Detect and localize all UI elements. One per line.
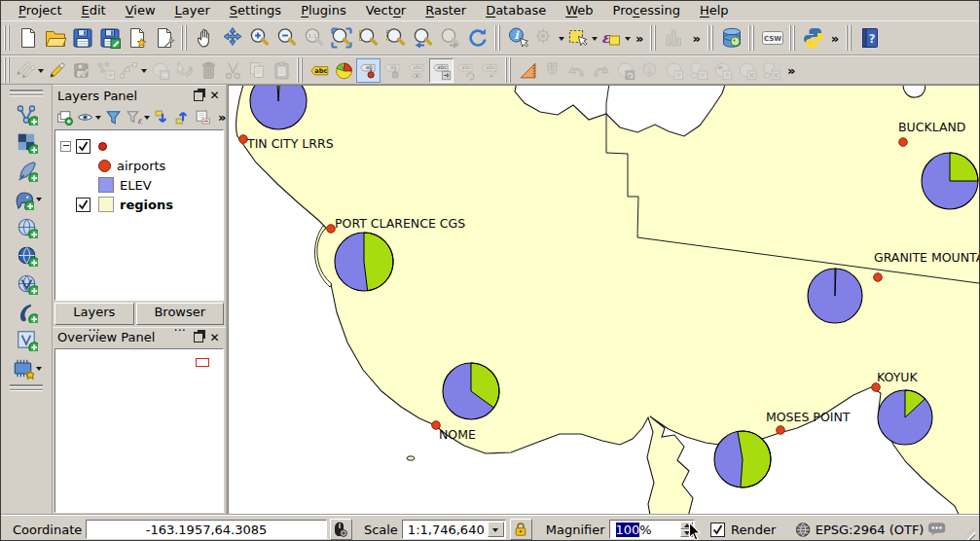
resize-grip[interactable] bbox=[961, 527, 975, 541]
magnifier-spinbox[interactable]: 100% bbox=[609, 520, 696, 539]
toolbar-handle[interactable] bbox=[846, 25, 853, 51]
dropdown-arrow[interactable] bbox=[95, 116, 101, 123]
help-contents-button[interactable]: ? bbox=[856, 23, 884, 53]
composer-manager-button[interactable] bbox=[151, 23, 178, 53]
toolbar-handle[interactable] bbox=[650, 25, 658, 51]
add-oracle-layer-button[interactable] bbox=[12, 298, 41, 326]
select-by-expression-dropdown-arrow[interactable] bbox=[625, 37, 631, 44]
toolbar-overflow-button[interactable]: » bbox=[827, 31, 843, 46]
layers-panel-expand-all-button[interactable] bbox=[153, 108, 171, 126]
toggle-editing-button[interactable] bbox=[45, 58, 69, 83]
dropdown-arrow[interactable] bbox=[144, 116, 150, 123]
open-project-button[interactable] bbox=[42, 23, 69, 53]
scale-dropdown-arrow[interactable] bbox=[488, 522, 504, 537]
db-manager-button[interactable] bbox=[718, 23, 745, 53]
log-messages-icon[interactable] bbox=[927, 522, 946, 537]
tree-expander[interactable] bbox=[60, 141, 71, 152]
magnifier-spin-down[interactable] bbox=[680, 529, 693, 537]
legend-row-airports[interactable]: airports bbox=[55, 156, 223, 175]
zoom-to-selection-button[interactable] bbox=[382, 23, 410, 53]
menu-web[interactable]: Web bbox=[556, 2, 602, 19]
save-project-button[interactable] bbox=[69, 23, 96, 53]
toolbar-handle[interactable] bbox=[4, 25, 12, 51]
menu-help[interactable]: Help bbox=[690, 2, 739, 19]
toolbar-handle[interactable] bbox=[4, 57, 12, 83]
zoom-in-button[interactable] bbox=[246, 23, 273, 53]
layer-labeling-button[interactable]: abc bbox=[308, 58, 332, 83]
pan-to-selection-button[interactable] bbox=[219, 23, 246, 53]
layers-panel-collapse-all-button[interactable] bbox=[173, 108, 192, 126]
layers-panel-remove-button[interactable] bbox=[194, 108, 212, 126]
menu-edit[interactable]: Edit bbox=[72, 2, 116, 19]
add-postgis-layer-dropdown-arrow[interactable] bbox=[36, 198, 42, 204]
overview-panel-close-icon[interactable]: ✕ bbox=[208, 331, 221, 343]
add-spatialite-layer-button[interactable] bbox=[12, 213, 41, 241]
layer-row-airports[interactable]: airports bbox=[55, 136, 223, 156]
map-canvas[interactable]: TIN CITY LRRSPORT CLARENCE CGSNOMEBUCKLA… bbox=[228, 85, 979, 515]
add-delimited-text-layer-button[interactable] bbox=[12, 157, 41, 185]
menu-layer[interactable]: Layer bbox=[165, 2, 220, 19]
new-project-button[interactable] bbox=[15, 23, 42, 53]
select-features-button[interactable] bbox=[565, 23, 599, 53]
move-label-button[interactable]: abc bbox=[429, 58, 454, 83]
zoom-out-button[interactable] bbox=[273, 23, 301, 53]
layers-panel-filter-expression-button[interactable]: ε bbox=[125, 108, 151, 126]
layers-panel-filter-button[interactable] bbox=[104, 108, 123, 126]
overview-panel-float-icon[interactable] bbox=[192, 331, 204, 343]
add-virtual-layer-button[interactable] bbox=[12, 326, 41, 354]
layers-panel-float-icon[interactable] bbox=[192, 90, 204, 102]
browser-tab[interactable]: Browser ... bbox=[136, 303, 225, 325]
layers-panel-visibility-button[interactable] bbox=[76, 108, 102, 126]
python-console-button[interactable] bbox=[800, 23, 827, 53]
add-wfs-layer-button[interactable] bbox=[12, 270, 41, 298]
toolbar-overflow-button[interactable]: » bbox=[783, 63, 799, 78]
layer-diagrams-button[interactable] bbox=[332, 58, 356, 83]
menu-processing[interactable]: Processing bbox=[603, 2, 690, 19]
add-vector-layer-button[interactable] bbox=[12, 100, 41, 128]
toolbar-handle[interactable] bbox=[505, 57, 513, 83]
menu-raster[interactable]: Raster bbox=[416, 2, 476, 19]
magnifier-spin-up[interactable] bbox=[680, 522, 693, 529]
crs-status[interactable]: EPSG:2964 (OTF) bbox=[816, 523, 925, 537]
render-checkbox[interactable]: Render bbox=[710, 523, 776, 537]
new-layer-button[interactable] bbox=[12, 354, 42, 382]
pan-map-button[interactable] bbox=[192, 23, 219, 53]
toolbar-handle[interactable] bbox=[10, 90, 43, 96]
add-raster-layer-button[interactable] bbox=[12, 128, 41, 157]
layer-row-regions[interactable]: regions bbox=[55, 195, 223, 214]
identify-features-button[interactable]: i bbox=[505, 23, 532, 53]
menu-database[interactable]: Database bbox=[476, 2, 556, 19]
menu-project[interactable]: Project bbox=[9, 2, 72, 19]
layer-visibility-checkbox[interactable] bbox=[76, 198, 91, 212]
layers-panel-add-group-button[interactable] bbox=[55, 108, 74, 126]
scale-lock-button[interactable] bbox=[510, 519, 532, 540]
menu-view[interactable]: View bbox=[116, 2, 165, 19]
select-features-dropdown-arrow[interactable] bbox=[592, 37, 598, 44]
toolbar-overflow-button[interactable]: » bbox=[632, 31, 647, 46]
scale-combobox[interactable]: 1:1,746,640 bbox=[402, 520, 506, 539]
measure-button[interactable] bbox=[516, 58, 540, 83]
refresh-button[interactable] bbox=[464, 23, 491, 53]
zoom-last-button[interactable] bbox=[410, 23, 437, 53]
toolbar-overflow-button[interactable]: » bbox=[688, 31, 704, 46]
layers-tab[interactable]: Layers ... bbox=[54, 303, 134, 325]
new-composer-button[interactable] bbox=[124, 23, 151, 53]
toolbar-handle[interactable] bbox=[748, 25, 756, 51]
layer-name[interactable]: regions bbox=[120, 198, 173, 212]
toolbar-handle[interactable] bbox=[297, 57, 305, 83]
layers-panel-close-icon[interactable]: ✕ bbox=[208, 90, 221, 102]
crs-globe-icon[interactable] bbox=[795, 522, 811, 538]
zoom-to-layer-button[interactable] bbox=[355, 23, 382, 53]
save-project-as-button[interactable] bbox=[96, 23, 124, 53]
pin-labels-button[interactable]: ab bbox=[356, 58, 381, 83]
metasearch-button[interactable]: CSW bbox=[759, 23, 786, 53]
toolbar-handle[interactable] bbox=[181, 25, 189, 51]
coordinate-input[interactable] bbox=[86, 520, 327, 539]
legend-row-elev[interactable]: ELEV bbox=[55, 175, 223, 195]
zoom-full-button[interactable] bbox=[328, 23, 355, 53]
menu-plugins[interactable]: Plugins bbox=[291, 2, 356, 19]
toolbar-handle[interactable] bbox=[708, 25, 715, 51]
add-wms-layer-button[interactable] bbox=[12, 241, 41, 270]
toolbar-handle[interactable] bbox=[10, 384, 43, 391]
toolbar-handle[interactable] bbox=[494, 25, 502, 51]
